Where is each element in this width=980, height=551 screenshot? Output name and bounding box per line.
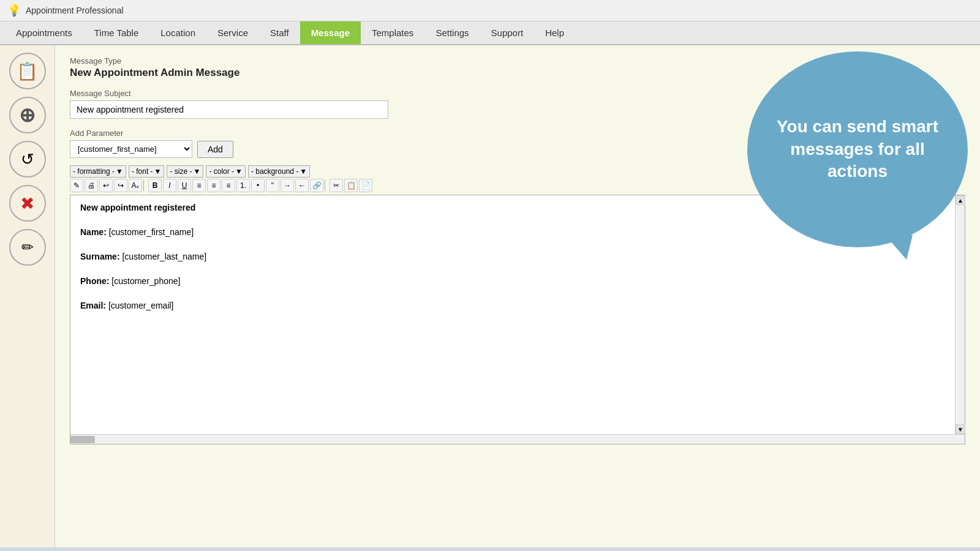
size-dropdown[interactable]: - size - ▼ xyxy=(167,165,203,178)
nav-service[interactable]: Service xyxy=(206,21,259,44)
align-center-icon[interactable]: ≡ xyxy=(207,179,221,192)
clear-format-icon[interactable]: Aₓ xyxy=(129,179,142,192)
add-parameter-button[interactable]: Add xyxy=(197,141,233,158)
background-arrow-icon: ▼ xyxy=(300,167,307,176)
ordered-list-icon[interactable]: 1. xyxy=(236,179,250,192)
sidebar: 📋 ⊕ ↺ ✖ ✏ xyxy=(0,45,55,547)
background-dropdown[interactable]: - background - ▼ xyxy=(248,165,310,178)
formatting-dropdown[interactable]: - formatting - ▼ xyxy=(70,165,126,178)
editor-name-value: [customer_first_name] xyxy=(109,227,194,237)
sidebar-cancel-button[interactable]: ✖ xyxy=(9,185,46,222)
color-dropdown[interactable]: - color - ▼ xyxy=(206,165,246,178)
editor-h-scroll[interactable] xyxy=(70,434,965,444)
editor-name-label: Name: xyxy=(80,227,107,237)
editor-surname-value: [customer_last_name] xyxy=(122,252,206,261)
nav-templates[interactable]: Templates xyxy=(361,21,424,44)
copy-icon[interactable]: 📋 xyxy=(344,179,358,192)
sidebar-add-button[interactable]: ⊕ xyxy=(9,97,46,133)
font-dropdown[interactable]: - font - ▼ xyxy=(129,165,165,178)
nav-help[interactable]: Help xyxy=(534,21,575,44)
editor-toolbar-icons: ✎ 🖨 ↩ ↪ Aₓ B I U ≡ ≡ ≡ 1. • " → ← 🔗 ✂ 📋 … xyxy=(70,179,965,192)
editor-surname-label: Surname: xyxy=(80,252,120,261)
pencil-icon[interactable]: ✎ xyxy=(70,179,83,192)
editor-area[interactable]: New appointment registered Name: [custom… xyxy=(70,195,955,434)
toolbar-separator-1 xyxy=(143,179,147,192)
title-bar: 💡 Appointment Professional xyxy=(0,0,980,21)
bold-icon[interactable]: B xyxy=(148,179,162,192)
editor-email-value: [customer_email] xyxy=(108,301,174,310)
editor-line-name: Name: [customer_first_name] xyxy=(80,227,945,237)
formatting-arrow-icon: ▼ xyxy=(116,167,123,176)
cut-icon[interactable]: ✂ xyxy=(330,179,343,192)
add-parameter-label: Add Parameter xyxy=(70,129,965,138)
paste-icon[interactable]: 📄 xyxy=(359,179,372,192)
size-label: - size - xyxy=(170,167,192,176)
redo-icon[interactable]: ↪ xyxy=(114,179,127,192)
message-type-value: New Appointment Admin Message xyxy=(70,67,965,79)
align-left-icon[interactable]: ≡ xyxy=(192,179,206,192)
link-icon[interactable]: 🔗 xyxy=(310,179,323,192)
h-scroll-thumb xyxy=(70,436,95,443)
editor-toolbar-top: - formatting - ▼ - font - ▼ - size - ▼ -… xyxy=(70,165,965,178)
editor-phone-value: [customer_phone] xyxy=(111,276,180,286)
editor-line-phone: Phone: [customer_phone] xyxy=(80,276,945,286)
blockquote-icon[interactable]: " xyxy=(266,179,279,192)
editor-content: New appointment registered Name: [custom… xyxy=(80,203,945,310)
sidebar-edit-button[interactable]: ✏ xyxy=(9,229,46,266)
editor-scroll-track[interactable]: ▲ ▼ xyxy=(955,195,965,434)
nav-bar: Appointments Time Table Location Service… xyxy=(0,21,980,45)
editor-line-surname: Surname: [customer_last_name] xyxy=(80,252,945,261)
print-icon[interactable]: 🖨 xyxy=(85,179,98,192)
app-title: Appointment Professional xyxy=(26,6,124,15)
nav-message[interactable]: Message xyxy=(300,21,361,44)
toolbar-separator-2 xyxy=(325,179,328,192)
font-label: - font - xyxy=(132,167,153,176)
nav-time-table[interactable]: Time Table xyxy=(83,21,150,44)
main-layout: 📋 ⊕ ↺ ✖ ✏ Message Type New Appointment A… xyxy=(0,45,980,547)
editor-scroll-up[interactable]: ▲ xyxy=(956,195,965,205)
align-right-icon[interactable]: ≡ xyxy=(222,179,235,192)
nav-staff[interactable]: Staff xyxy=(259,21,300,44)
nav-location[interactable]: Location xyxy=(149,21,206,44)
color-arrow-icon: ▼ xyxy=(235,167,243,176)
font-arrow-icon: ▼ xyxy=(154,167,162,176)
sidebar-refresh-button[interactable]: ↺ xyxy=(9,141,46,178)
indent-icon[interactable]: → xyxy=(281,179,294,192)
nav-settings[interactable]: Settings xyxy=(424,21,480,44)
bulb-icon: 💡 xyxy=(7,4,21,17)
content-area: Message Type New Appointment Admin Messa… xyxy=(55,45,980,547)
nav-support[interactable]: Support xyxy=(480,21,535,44)
add-param-row: [customer_first_name] [customer_last_nam… xyxy=(70,140,965,158)
message-type-label: Message Type xyxy=(70,56,965,66)
editor-scroll-down[interactable]: ▼ xyxy=(956,424,965,434)
parameter-select[interactable]: [customer_first_name] [customer_last_nam… xyxy=(70,140,192,158)
sidebar-clipboard-button[interactable]: 📋 xyxy=(9,53,46,89)
size-arrow-icon: ▼ xyxy=(193,167,200,176)
editor-wrapper: New appointment registered Name: [custom… xyxy=(70,195,965,444)
editor-line-email: Email: [customer_email] xyxy=(80,301,945,310)
undo-icon[interactable]: ↩ xyxy=(99,179,113,192)
background-label: - background - xyxy=(251,167,298,176)
outdent-icon[interactable]: ← xyxy=(295,179,309,192)
italic-icon[interactable]: I xyxy=(163,179,176,192)
message-subject-input[interactable] xyxy=(70,100,388,119)
editor-email-label: Email: xyxy=(80,301,106,310)
underline-icon[interactable]: U xyxy=(178,179,191,192)
unordered-list-icon[interactable]: • xyxy=(251,179,265,192)
color-label: - color - xyxy=(209,167,234,176)
editor-title: New appointment registered xyxy=(80,203,195,212)
editor-phone-label: Phone: xyxy=(80,276,109,286)
message-subject-label: Message Subject xyxy=(70,89,965,98)
formatting-label: - formatting - xyxy=(73,167,115,176)
nav-appointments[interactable]: Appointments xyxy=(5,21,83,44)
